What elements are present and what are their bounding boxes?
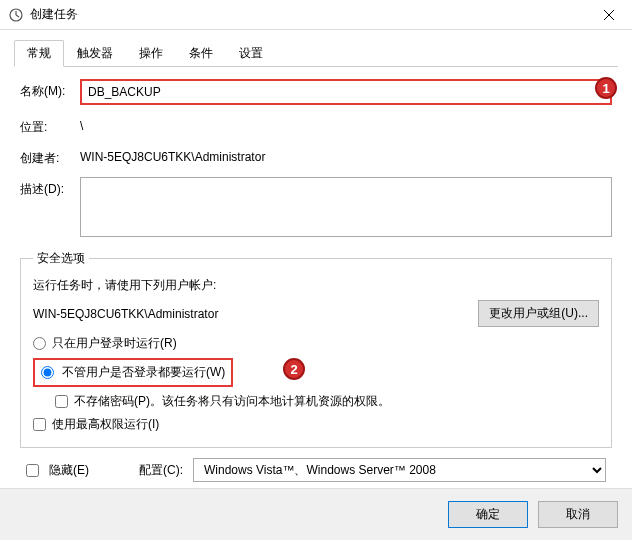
run-as-prompt: 运行任务时，请使用下列用户帐户:	[33, 277, 599, 294]
dialog-content: 常规 触发器 操作 条件 设置 名称(M): 1 位置: \ 创建者: WIN-…	[0, 30, 632, 482]
radio-any-time[interactable]	[41, 366, 54, 379]
check-no-store-pwd[interactable]	[55, 395, 68, 408]
tab-page-general: 名称(M): 1 位置: \ 创建者: WIN-5EQJ8CU6TKK\Admi…	[14, 67, 618, 482]
tab-general[interactable]: 常规	[14, 40, 64, 67]
check-highest-priv-label: 使用最高权限运行(I)	[52, 416, 159, 433]
check-hidden-label: 隐藏(E)	[49, 462, 89, 479]
radio-logged-on-label: 只在用户登录时运行(R)	[52, 335, 177, 352]
svg-line-2	[16, 15, 19, 17]
title-bar: 创建任务	[0, 0, 632, 30]
dialog-footer: 确定 取消	[0, 488, 632, 540]
close-button[interactable]	[586, 0, 632, 30]
security-legend: 安全选项	[33, 250, 89, 267]
radio-any-time-label: 不管用户是否登录都要运行(W)	[62, 364, 225, 381]
check-highest-priv[interactable]	[33, 418, 46, 431]
check-no-store-pwd-label: 不存储密码(P)。该任务将只有访问本地计算机资源的权限。	[74, 393, 390, 410]
window-title: 创建任务	[30, 6, 586, 23]
close-icon	[604, 10, 614, 20]
name-input[interactable]	[80, 79, 612, 105]
creator-value: WIN-5EQJ8CU6TKK\Administrator	[80, 146, 612, 164]
check-hidden[interactable]	[26, 464, 39, 477]
tab-settings[interactable]: 设置	[226, 40, 276, 67]
tab-strip: 常规 触发器 操作 条件 设置	[14, 40, 618, 67]
radio-logged-on[interactable]	[33, 337, 46, 350]
tab-actions[interactable]: 操作	[126, 40, 176, 67]
annotation-marker-1: 1	[595, 77, 617, 99]
name-label: 名称(M):	[20, 79, 80, 100]
annotation-marker-2: 2	[283, 358, 305, 380]
configure-for-label: 配置(C):	[139, 462, 183, 479]
ok-button[interactable]: 确定	[448, 501, 528, 528]
location-value: \	[80, 115, 612, 133]
run-as-account: WIN-5EQJ8CU6TKK\Administrator	[33, 307, 470, 321]
configure-for-select[interactable]: Windows Vista™、Windows Server™ 2008	[193, 458, 606, 482]
creator-label: 创建者:	[20, 146, 80, 167]
tab-triggers[interactable]: 触发器	[64, 40, 126, 67]
app-icon	[8, 7, 24, 23]
cancel-button[interactable]: 取消	[538, 501, 618, 528]
description-input[interactable]	[80, 177, 612, 237]
description-label: 描述(D):	[20, 177, 80, 198]
tab-conditions[interactable]: 条件	[176, 40, 226, 67]
change-user-button[interactable]: 更改用户或组(U)...	[478, 300, 599, 327]
location-label: 位置:	[20, 115, 80, 136]
security-options-group: 安全选项 运行任务时，请使用下列用户帐户: WIN-5EQJ8CU6TKK\Ad…	[20, 250, 612, 448]
